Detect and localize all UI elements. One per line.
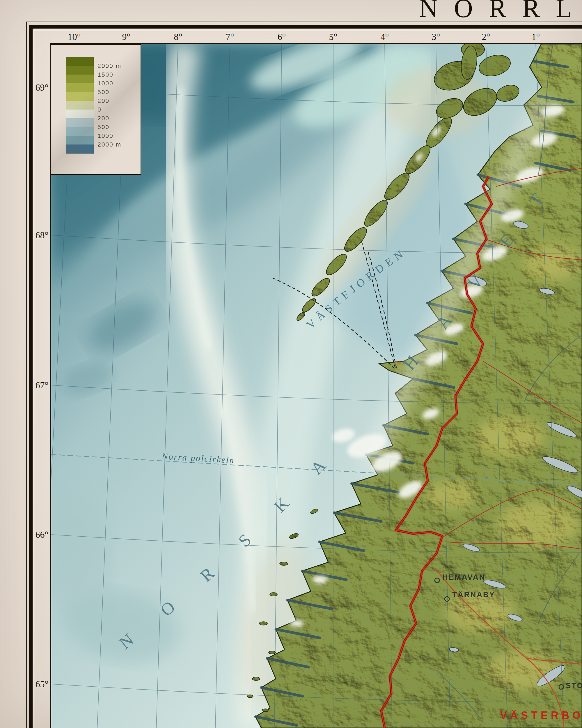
latitude-label: 65° xyxy=(34,679,50,690)
longitude-label: 9° xyxy=(122,31,131,42)
latitude-label: 69° xyxy=(34,82,50,93)
longitude-label: 4° xyxy=(381,31,389,42)
elevation-legend: 2000 m 1500 1000 500 200 0 200 500 1000 … xyxy=(50,44,141,175)
longitude-label: 7° xyxy=(226,31,234,42)
latitude-label: 67° xyxy=(34,380,50,391)
map-sheet: NORRL 10° 9° 8° 7° 6° 5° 4° 3° 2° 1° 69°… xyxy=(0,0,582,728)
latitude-label: 66° xyxy=(34,529,50,540)
frame-inner-thin-rule-left xyxy=(34,30,34,728)
longitude-label: 8° xyxy=(174,31,183,42)
longitude-label: 3° xyxy=(432,31,440,42)
frame-outer-thin-rule-left xyxy=(26,22,27,728)
legend-shadow xyxy=(51,45,141,174)
longitude-label: 10° xyxy=(68,31,81,42)
frame-inner-thin-rule-top xyxy=(34,30,582,30)
longitude-label: 5° xyxy=(329,31,337,42)
frame-thick-rule-left xyxy=(29,25,33,728)
frame-outer-thin-rule-top xyxy=(26,22,582,22)
longitude-label: 2° xyxy=(482,31,490,42)
latitude-label: 68° xyxy=(34,230,50,241)
longitude-label: 1° xyxy=(532,31,540,42)
sheet-title: NORRL xyxy=(419,0,582,22)
frame-thick-rule-top xyxy=(29,25,582,29)
longitude-label: 6° xyxy=(278,31,286,42)
